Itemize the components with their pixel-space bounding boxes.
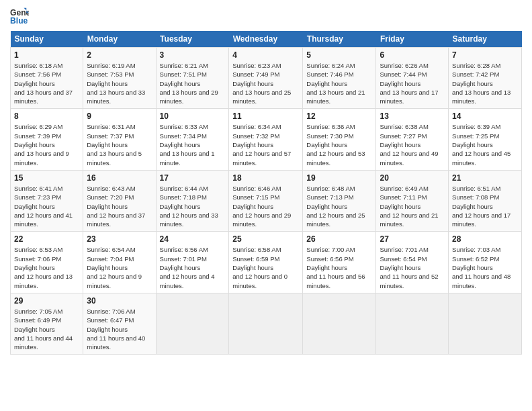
- calendar-day-cell: 11 Sunrise: 6:34 AM Sunset: 7:32 PM Dayl…: [229, 109, 303, 170]
- calendar-day-cell: [303, 293, 376, 354]
- calendar-day-cell: 2 Sunrise: 6:19 AM Sunset: 7:53 PM Dayli…: [83, 48, 156, 109]
- day-detail: Sunrise: 6:38 AM Sunset: 7:27 PM Dayligh…: [380, 122, 445, 167]
- calendar-day-cell: 14 Sunrise: 6:39 AM Sunset: 7:25 PM Dayl…: [449, 109, 522, 170]
- calendar-week-row: 22 Sunrise: 6:53 AM Sunset: 7:06 PM Dayl…: [11, 232, 522, 293]
- day-number: 27: [380, 234, 445, 244]
- weekday-header-cell: Sunday: [11, 31, 83, 48]
- calendar-day-cell: [376, 293, 449, 354]
- weekday-header-cell: Saturday: [449, 31, 522, 48]
- day-detail: Sunrise: 6:58 AM Sunset: 6:59 PM Dayligh…: [232, 245, 299, 289]
- day-number: 15: [14, 173, 79, 183]
- day-number: 24: [160, 234, 226, 244]
- calendar-day-cell: 1 Sunrise: 6:18 AM Sunset: 7:56 PM Dayli…: [11, 48, 83, 109]
- calendar-header: General Blue: [10, 7, 522, 26]
- calendar-day-cell: 18 Sunrise: 6:46 AM Sunset: 7:15 PM Dayl…: [229, 170, 303, 231]
- day-detail: Sunrise: 6:49 AM Sunset: 7:11 PM Dayligh…: [380, 184, 445, 228]
- day-detail: Sunrise: 6:48 AM Sunset: 7:13 PM Dayligh…: [306, 184, 372, 228]
- day-number: 4: [232, 50, 299, 60]
- weekday-header-cell: Tuesday: [156, 31, 229, 48]
- calendar-week-row: 29 Sunrise: 7:05 AM Sunset: 6:49 PM Dayl…: [11, 293, 522, 354]
- day-number: 10: [160, 111, 226, 121]
- day-number: 23: [87, 234, 152, 244]
- calendar-day-cell: 27 Sunrise: 7:01 AM Sunset: 6:54 PM Dayl…: [376, 232, 449, 293]
- calendar-day-cell: 10 Sunrise: 6:33 AM Sunset: 7:34 PM Dayl…: [156, 109, 229, 170]
- calendar-day-cell: [156, 293, 229, 354]
- day-number: 18: [232, 173, 299, 183]
- calendar-day-cell: 12 Sunrise: 6:36 AM Sunset: 7:30 PM Dayl…: [303, 109, 376, 170]
- day-number: 7: [452, 50, 518, 60]
- logo-icon: General Blue: [10, 7, 29, 26]
- day-number: 26: [306, 234, 372, 244]
- day-number: 16: [87, 173, 152, 183]
- day-detail: Sunrise: 6:21 AM Sunset: 7:51 PM Dayligh…: [160, 61, 226, 105]
- day-detail: Sunrise: 6:18 AM Sunset: 7:56 PM Dayligh…: [14, 61, 79, 105]
- day-detail: Sunrise: 7:03 AM Sunset: 6:52 PM Dayligh…: [452, 245, 518, 289]
- day-number: 17: [160, 173, 226, 183]
- calendar-day-cell: 3 Sunrise: 6:21 AM Sunset: 7:51 PM Dayli…: [156, 48, 229, 109]
- day-detail: Sunrise: 6:54 AM Sunset: 7:04 PM Dayligh…: [87, 245, 152, 289]
- calendar-day-cell: 22 Sunrise: 6:53 AM Sunset: 7:06 PM Dayl…: [11, 232, 83, 293]
- day-detail: Sunrise: 6:39 AM Sunset: 7:25 PM Dayligh…: [452, 122, 518, 167]
- day-number: 14: [452, 111, 518, 121]
- day-number: 28: [452, 234, 518, 244]
- day-number: 2: [87, 50, 152, 60]
- day-detail: Sunrise: 6:28 AM Sunset: 7:42 PM Dayligh…: [452, 61, 518, 105]
- calendar-day-cell: 7 Sunrise: 6:28 AM Sunset: 7:42 PM Dayli…: [449, 48, 522, 109]
- calendar-table: SundayMondayTuesdayWednesdayThursdayFrid…: [10, 31, 522, 355]
- day-detail: Sunrise: 6:43 AM Sunset: 7:20 PM Dayligh…: [87, 184, 152, 228]
- weekday-header-row: SundayMondayTuesdayWednesdayThursdayFrid…: [11, 31, 522, 48]
- day-detail: Sunrise: 7:01 AM Sunset: 6:54 PM Dayligh…: [380, 245, 445, 289]
- calendar-week-row: 15 Sunrise: 6:41 AM Sunset: 7:23 PM Dayl…: [11, 170, 522, 231]
- svg-text:Blue: Blue: [10, 16, 28, 26]
- day-detail: Sunrise: 6:33 AM Sunset: 7:34 PM Dayligh…: [160, 122, 226, 167]
- calendar-day-cell: 21 Sunrise: 6:51 AM Sunset: 7:08 PM Dayl…: [449, 170, 522, 231]
- day-detail: Sunrise: 6:41 AM Sunset: 7:23 PM Dayligh…: [14, 184, 79, 228]
- logo: General Blue: [10, 7, 32, 26]
- day-number: 12: [306, 111, 372, 121]
- weekday-header-cell: Friday: [376, 31, 449, 48]
- calendar-week-row: 1 Sunrise: 6:18 AM Sunset: 7:56 PM Dayli…: [11, 48, 522, 109]
- calendar-day-cell: 6 Sunrise: 6:26 AM Sunset: 7:44 PM Dayli…: [376, 48, 449, 109]
- calendar-day-cell: 13 Sunrise: 6:38 AM Sunset: 7:27 PM Dayl…: [376, 109, 449, 170]
- calendar-day-cell: 16 Sunrise: 6:43 AM Sunset: 7:20 PM Dayl…: [83, 170, 156, 231]
- calendar-day-cell: 24 Sunrise: 6:56 AM Sunset: 7:01 PM Dayl…: [156, 232, 229, 293]
- day-number: 30: [87, 296, 152, 306]
- day-detail: Sunrise: 7:05 AM Sunset: 6:49 PM Dayligh…: [14, 307, 79, 351]
- day-detail: Sunrise: 6:46 AM Sunset: 7:15 PM Dayligh…: [232, 184, 299, 228]
- calendar-day-cell: 26 Sunrise: 7:00 AM Sunset: 6:56 PM Dayl…: [303, 232, 376, 293]
- calendar-day-cell: 8 Sunrise: 6:29 AM Sunset: 7:39 PM Dayli…: [11, 109, 83, 170]
- day-number: 6: [380, 50, 445, 60]
- day-detail: Sunrise: 6:53 AM Sunset: 7:06 PM Dayligh…: [14, 245, 79, 289]
- day-detail: Sunrise: 6:29 AM Sunset: 7:39 PM Dayligh…: [14, 122, 79, 167]
- calendar-week-row: 8 Sunrise: 6:29 AM Sunset: 7:39 PM Dayli…: [11, 109, 522, 170]
- day-number: 20: [380, 173, 445, 183]
- calendar-day-cell: 17 Sunrise: 6:44 AM Sunset: 7:18 PM Dayl…: [156, 170, 229, 231]
- calendar-body: 1 Sunrise: 6:18 AM Sunset: 7:56 PM Dayli…: [11, 48, 522, 355]
- day-detail: Sunrise: 6:24 AM Sunset: 7:46 PM Dayligh…: [306, 61, 372, 105]
- day-number: 8: [14, 111, 79, 121]
- calendar-day-cell: 25 Sunrise: 6:58 AM Sunset: 6:59 PM Dayl…: [229, 232, 303, 293]
- calendar-day-cell: 29 Sunrise: 7:05 AM Sunset: 6:49 PM Dayl…: [11, 293, 83, 354]
- calendar-day-cell: 28 Sunrise: 7:03 AM Sunset: 6:52 PM Dayl…: [449, 232, 522, 293]
- calendar-day-cell: [229, 293, 303, 354]
- calendar-day-cell: 5 Sunrise: 6:24 AM Sunset: 7:46 PM Dayli…: [303, 48, 376, 109]
- calendar-day-cell: 9 Sunrise: 6:31 AM Sunset: 7:37 PM Dayli…: [83, 109, 156, 170]
- day-detail: Sunrise: 7:06 AM Sunset: 6:47 PM Dayligh…: [87, 307, 152, 351]
- day-detail: Sunrise: 6:36 AM Sunset: 7:30 PM Dayligh…: [306, 122, 372, 167]
- day-detail: Sunrise: 6:31 AM Sunset: 7:37 PM Dayligh…: [87, 122, 152, 167]
- calendar-container: General Blue SundayMondayTuesdayWednesda…: [0, 0, 532, 361]
- day-number: 22: [14, 234, 79, 244]
- calendar-day-cell: 20 Sunrise: 6:49 AM Sunset: 7:11 PM Dayl…: [376, 170, 449, 231]
- calendar-day-cell: [449, 293, 522, 354]
- day-number: 13: [380, 111, 445, 121]
- day-number: 21: [452, 173, 518, 183]
- day-detail: Sunrise: 6:51 AM Sunset: 7:08 PM Dayligh…: [452, 184, 518, 228]
- day-number: 29: [14, 296, 79, 306]
- day-number: 3: [160, 50, 226, 60]
- day-number: 25: [232, 234, 299, 244]
- day-detail: Sunrise: 7:00 AM Sunset: 6:56 PM Dayligh…: [306, 245, 372, 289]
- day-number: 1: [14, 50, 79, 60]
- day-detail: Sunrise: 6:44 AM Sunset: 7:18 PM Dayligh…: [160, 184, 226, 228]
- day-number: 5: [306, 50, 372, 60]
- day-number: 9: [87, 111, 152, 121]
